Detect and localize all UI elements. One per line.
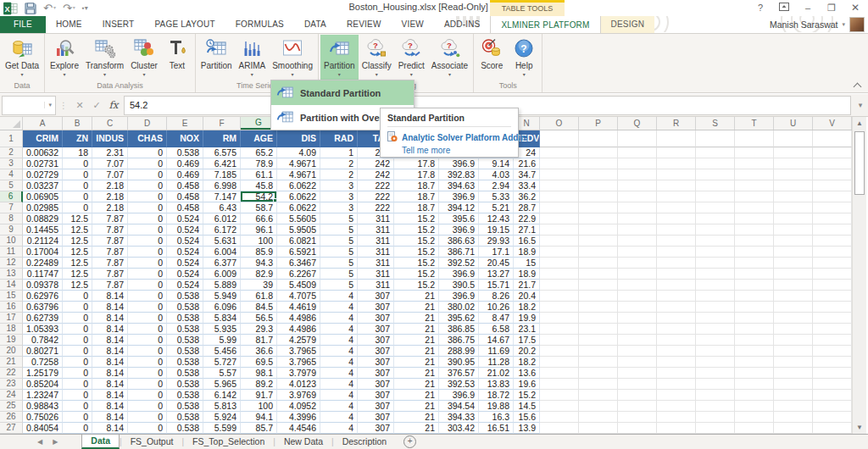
cell-H6[interactable]: 6.0622	[277, 191, 320, 202]
cell-T3[interactable]	[735, 158, 774, 169]
cell-C20[interactable]: 8.14	[92, 346, 128, 357]
cell-S3[interactable]	[696, 158, 735, 169]
cell-J21[interactable]: 307	[358, 357, 394, 368]
cell-T1[interactable]	[735, 130, 774, 147]
cell-L13[interactable]: 396.9	[439, 269, 479, 280]
cell-U9[interactable]	[774, 224, 813, 236]
row-header-13[interactable]: 13	[0, 269, 23, 280]
cell-Q10[interactable]	[618, 236, 657, 247]
cell-V25[interactable]	[813, 401, 852, 412]
cell-J6[interactable]: 222	[358, 191, 394, 202]
ribbon-tab-add-ins[interactable]: ADD-INS	[434, 15, 491, 33]
cell-P22[interactable]	[579, 368, 618, 379]
cell-S19[interactable]	[696, 335, 735, 346]
cell-O27[interactable]	[540, 423, 579, 434]
cell-H26[interactable]: 4.3996	[277, 412, 320, 423]
cell-B23[interactable]: 0	[63, 379, 92, 390]
cell-F23[interactable]: 5.965	[203, 379, 241, 390]
cell-B12[interactable]: 12.5	[63, 258, 92, 269]
cell-N14[interactable]: 21.7	[514, 280, 540, 291]
cell-E15[interactable]: 0.538	[167, 291, 203, 302]
cell-L21[interactable]: 390.95	[439, 357, 479, 368]
cell-P16[interactable]	[579, 302, 618, 313]
cell-O6[interactable]	[540, 191, 579, 202]
cell-J25[interactable]: 307	[358, 401, 394, 412]
vertical-scrollbar[interactable]: ▲ ▼	[852, 117, 866, 434]
cell-R14[interactable]	[657, 280, 696, 291]
cell-I2[interactable]: 1	[320, 147, 358, 158]
cell-A20[interactable]: 0.80271	[23, 346, 63, 357]
cell-O19[interactable]	[540, 335, 579, 346]
row-header-22[interactable]: 22	[0, 368, 23, 379]
cell-Q12[interactable]	[618, 258, 657, 269]
cell-A25[interactable]: 0.98843	[23, 401, 63, 412]
cell-A24[interactable]: 1.23247	[23, 390, 63, 401]
cell-H21[interactable]: 3.7965	[277, 357, 320, 368]
cell-G21[interactable]: 69.5	[241, 357, 277, 368]
cell-Q22[interactable]	[618, 368, 657, 379]
cell-I4[interactable]: 2	[320, 169, 358, 180]
row-header-26[interactable]: 26	[0, 412, 23, 423]
cell-V4[interactable]	[813, 169, 852, 180]
cell-G8[interactable]: 66.6	[241, 213, 277, 224]
cell-P7[interactable]	[579, 202, 618, 213]
cell-T21[interactable]	[735, 357, 774, 368]
qat-customize-icon[interactable]: ▪▾	[82, 1, 88, 15]
cell-J7[interactable]: 222	[358, 202, 394, 213]
cell-S14[interactable]	[696, 280, 735, 291]
cell-L6[interactable]: 396.9	[439, 191, 479, 202]
cell-I24[interactable]: 4	[320, 390, 358, 401]
vertical-scroll-thumb[interactable]	[854, 131, 865, 195]
cell-C16[interactable]: 8.14	[92, 302, 128, 313]
cell-O8[interactable]	[540, 213, 579, 224]
cell-I22[interactable]: 4	[320, 368, 358, 379]
cell-A18[interactable]: 1.05393	[23, 324, 63, 335]
cell-D18[interactable]: 0	[128, 324, 167, 335]
expand-formula-bar-icon[interactable]: ▾	[853, 101, 868, 109]
close-icon[interactable]: ✕	[844, 0, 866, 15]
cell-R27[interactable]	[657, 423, 696, 434]
cell-C5[interactable]: 2.18	[92, 180, 128, 191]
cell-C4[interactable]: 7.07	[92, 169, 128, 180]
cell-U8[interactable]	[774, 213, 813, 224]
minimize-icon[interactable]: –	[797, 0, 819, 15]
column-header-F[interactable]: F	[203, 117, 241, 130]
cell-K6[interactable]: 18.7	[394, 191, 439, 202]
cell-V1[interactable]	[813, 130, 852, 147]
cell-O18[interactable]	[540, 324, 579, 335]
cell-J13[interactable]: 311	[358, 269, 394, 280]
cell-T10[interactable]	[735, 236, 774, 247]
cell-M17[interactable]: 8.47	[479, 313, 514, 324]
cell-T8[interactable]	[735, 213, 774, 224]
cell-L11[interactable]: 386.71	[439, 247, 479, 258]
cell-N19[interactable]: 17.5	[514, 335, 540, 346]
cell-D11[interactable]: 0	[128, 247, 167, 258]
cell-D21[interactable]: 0	[128, 357, 167, 368]
cell-J10[interactable]: 311	[358, 236, 394, 247]
cell-S1[interactable]	[696, 130, 735, 147]
cell-H3[interactable]: 4.9671	[277, 158, 320, 169]
cell-F9[interactable]: 6.172	[203, 224, 241, 236]
cell-H25[interactable]: 4.0952	[277, 401, 320, 412]
cell-R26[interactable]	[657, 412, 696, 423]
cell-M20[interactable]: 11.69	[479, 346, 514, 357]
cell-S25[interactable]	[696, 401, 735, 412]
cell-Q24[interactable]	[618, 390, 657, 401]
cell-V12[interactable]	[813, 258, 852, 269]
cell-M24[interactable]: 18.72	[479, 390, 514, 401]
column-header-O[interactable]: O	[540, 117, 579, 130]
cell-I23[interactable]: 4	[320, 379, 358, 390]
cell-C12[interactable]: 7.87	[92, 258, 128, 269]
cell-I12[interactable]: 5	[320, 258, 358, 269]
row-header-27[interactable]: 27	[0, 423, 23, 434]
cell-V21[interactable]	[813, 357, 852, 368]
column-header-P[interactable]: P	[579, 117, 618, 130]
cell-T17[interactable]	[735, 313, 774, 324]
cell-C22[interactable]: 8.14	[92, 368, 128, 379]
cell-E27[interactable]: 0.538	[167, 423, 203, 434]
cell-Q13[interactable]	[618, 269, 657, 280]
cell-B15[interactable]: 0	[63, 291, 92, 302]
cell-B4[interactable]: 0	[63, 169, 92, 180]
cell-L9[interactable]: 396.9	[439, 224, 479, 236]
cell-V14[interactable]	[813, 280, 852, 291]
